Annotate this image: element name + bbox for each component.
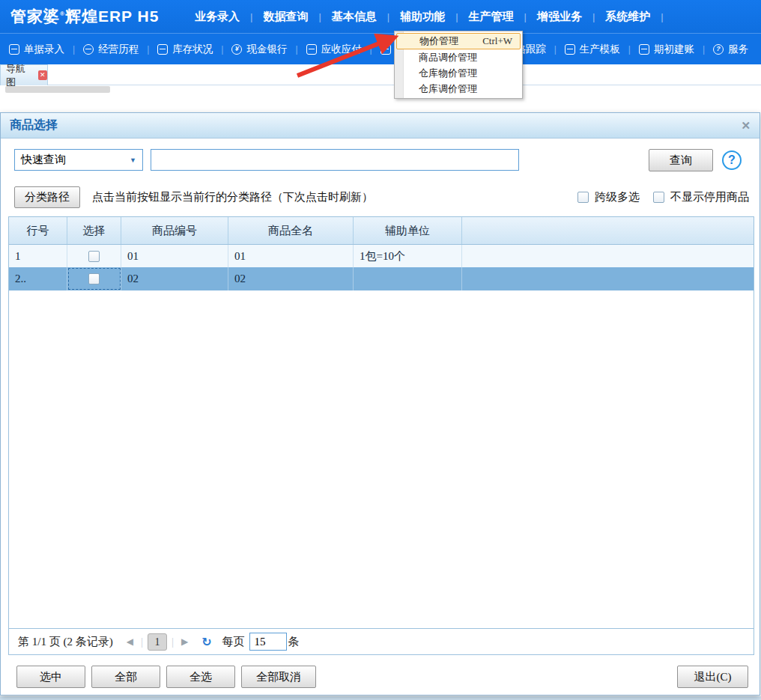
toolbar-separator: | <box>295 44 297 55</box>
dropdown-item-price-management[interactable]: 物价管理 Ctrl+W <box>396 33 521 49</box>
toolbar-separator: | <box>703 44 705 55</box>
cell-lineno: 1 <box>9 245 67 267</box>
dropdown-item-warehouse-price-management[interactable]: 仓库物价管理 <box>395 65 522 81</box>
dialog-header: 商品选择 ✕ <box>1 113 760 139</box>
menu-separator: | <box>661 11 663 22</box>
toolbar-separator: | <box>147 44 149 55</box>
auxiliary-functions-dropdown: 物价管理 Ctrl+W 商品调价管理 仓库物价管理 仓库调价管理 <box>394 31 523 99</box>
cell-select <box>67 267 121 290</box>
product-table: 行号 选择 商品编号 商品全名 辅助单位 1 01 01 1包=10个 2.. … <box>8 216 754 655</box>
table-row[interactable]: 1 01 01 1包=10个 <box>9 245 754 267</box>
quick-query-select[interactable]: 快速查询 ▼ <box>14 149 143 171</box>
cell-aux-unit: 1包=10个 <box>354 245 462 267</box>
app-logo: 管家婆®辉煌ERP H5 <box>10 6 159 27</box>
all-button[interactable]: 全部 <box>91 666 160 688</box>
cell-product-name: 01 <box>228 245 354 267</box>
menu-production-management[interactable]: 生产管理 <box>467 7 515 27</box>
header-product-name: 商品全名 <box>228 217 354 244</box>
menu-business-entry[interactable]: 业务录入 <box>193 7 241 27</box>
tab-navigation-map[interactable]: 导航图 ✕ <box>0 64 48 85</box>
cash-bank-icon <box>231 44 242 55</box>
shortcut-toolbar: 单据录入 | 经营历程 | 库存状况 | 现金银行 | 应收应付 | 销售 价格… <box>0 33 761 64</box>
cancel-all-button[interactable]: 全部取消 <box>241 666 316 688</box>
per-page-input[interactable] <box>249 633 287 651</box>
pager-separator: | <box>141 636 143 648</box>
toolbar-separator: | <box>221 44 223 55</box>
quick-query-value: 快速查询 <box>21 153 66 167</box>
toolbar-service[interactable]: 服务 <box>713 43 748 56</box>
menu-basic-info[interactable]: 基本信息 <box>330 7 378 27</box>
dialog-title: 商品选择 <box>10 118 58 133</box>
page-bottom-strip <box>0 696 761 700</box>
menu-system-maintenance[interactable]: 系统维护 <box>604 7 652 27</box>
menu-separator: | <box>592 11 595 22</box>
per-page-suffix: 条 <box>288 635 300 649</box>
toolbar-business-history[interactable]: 经营历程 <box>83 43 139 56</box>
menu-auxiliary-functions[interactable]: 辅助功能 <box>398 7 446 27</box>
exit-button[interactable]: 退出(C) <box>677 666 748 688</box>
search-input[interactable] <box>151 149 519 171</box>
hide-disabled-products-checkbox[interactable] <box>653 192 664 203</box>
select-all-button[interactable]: 全选 <box>166 666 235 688</box>
query-row: 快速查询 ▼ 查询 ? <box>1 149 760 171</box>
classify-path-button[interactable]: 分类路径 <box>14 186 80 208</box>
history-icon <box>83 44 94 55</box>
menu-separator: | <box>387 11 389 22</box>
toolbar-separator: | <box>554 44 557 55</box>
doc-entry-icon <box>9 44 19 55</box>
menu-enhanced-business[interactable]: 增强业务 <box>536 7 583 27</box>
menu-separator: | <box>524 11 527 22</box>
row-checkbox[interactable] <box>88 273 100 284</box>
collapsed-panel-strip <box>5 86 110 93</box>
dialog-close-icon[interactable]: ✕ <box>741 119 751 133</box>
next-page-icon[interactable]: ▶ <box>181 636 188 647</box>
current-page-button[interactable]: 1 <box>148 633 167 651</box>
refresh-icon[interactable]: ↻ <box>201 635 211 649</box>
toolbar-inventory-status[interactable]: 库存状况 <box>157 43 213 56</box>
toolbar-production-template[interactable]: 生产模板 <box>565 43 620 56</box>
header-lineno: 行号 <box>9 217 67 244</box>
cell-select <box>67 245 121 267</box>
help-icon[interactable]: ? <box>722 150 742 170</box>
menu-separator: | <box>455 11 458 22</box>
header-product-code: 商品编号 <box>121 217 228 244</box>
pagination-bar: 第 1/1 页 (2 条记录) ◀ | 1 | ▶ ↻ 每页 条 <box>9 628 754 654</box>
cross-level-multiselect-label: 跨级多选 <box>595 190 640 204</box>
prev-page-icon[interactable]: ◀ <box>127 636 133 647</box>
opening-balance-icon <box>639 44 649 55</box>
cell-product-code: 02 <box>121 267 228 290</box>
inventory-icon <box>157 44 168 55</box>
header-aux-unit: 辅助单位 <box>354 217 462 244</box>
option-checkboxes: 跨级多选 不显示停用商品 <box>577 186 749 208</box>
query-button[interactable]: 查询 <box>649 149 713 171</box>
tab-close-icon[interactable]: ✕ <box>38 70 48 80</box>
hide-disabled-products-label: 不显示停用商品 <box>670 190 749 204</box>
select-checked-button[interactable]: 选中 <box>16 666 85 688</box>
menu-data-query[interactable]: 数据查询 <box>261 7 309 27</box>
dialog-actions: 选中 全部 全选 全部取消 退出(C) <box>1 666 760 690</box>
menu-separator: | <box>318 11 321 22</box>
toolbar-separator: | <box>73 44 75 55</box>
toolbar-separator: | <box>370 44 372 55</box>
main-menu: 业务录入 | 数据查询 | 基本信息 | 辅助功能 | 生产管理 | 增强业务 … <box>193 0 673 33</box>
dropdown-item-product-price-adjust[interactable]: 商品调价管理 <box>395 49 522 65</box>
toolbar-cash-bank[interactable]: 现金银行 <box>231 43 287 56</box>
top-app-bar: 管家婆®辉煌ERP H5 业务录入 | 数据查询 | 基本信息 | 辅助功能 |… <box>0 0 761 33</box>
cell-lineno: 2.. <box>9 267 67 290</box>
service-icon <box>713 44 724 55</box>
toolbar-receivable-payable[interactable]: 应收应付 <box>306 43 362 56</box>
table-header-row: 行号 选择 商品编号 商品全名 辅助单位 <box>9 217 754 245</box>
toolbar-doc-entry[interactable]: 单据录入 <box>9 43 64 56</box>
toolbar-opening-balance[interactable]: 期初建账 <box>639 43 694 56</box>
tab-label: 导航图 <box>6 62 34 89</box>
table-row-selected[interactable]: 2.. 02 02 <box>9 267 754 290</box>
dropdown-item-label: 物价管理 <box>419 35 458 46</box>
payable-icon <box>306 44 317 55</box>
sales-icon <box>380 44 391 55</box>
cross-level-multiselect-checkbox[interactable] <box>577 192 589 203</box>
dropdown-item-warehouse-price-adjust[interactable]: 仓库调价管理 <box>395 81 522 97</box>
cell-empty <box>462 245 754 267</box>
toolbar-separator: | <box>628 44 631 55</box>
row-checkbox[interactable] <box>88 251 100 262</box>
page-info: 第 1/1 页 (2 条记录) <box>18 635 113 649</box>
